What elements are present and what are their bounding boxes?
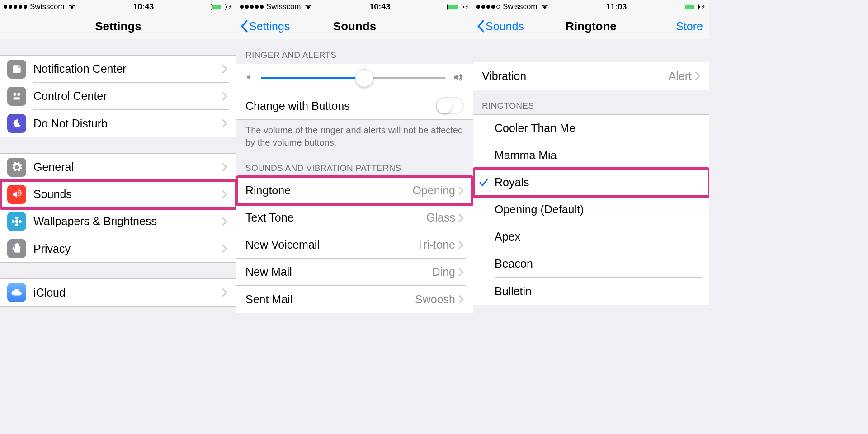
checkmark-icon xyxy=(473,177,495,188)
volume-slider[interactable] xyxy=(236,64,473,92)
ringtone-item[interactable]: Opening (Default) xyxy=(473,196,709,223)
row-label: General xyxy=(33,160,222,174)
chevron-right-icon xyxy=(222,118,227,128)
section-footer: The volume of the ringer and alerts will… xyxy=(236,120,473,152)
speaker-high-icon xyxy=(452,71,464,85)
signal-icon xyxy=(4,5,27,9)
nav-bar: Settings xyxy=(0,14,236,39)
row-value: Ding xyxy=(432,265,455,278)
row-value: Tri-tone xyxy=(417,238,455,251)
row-sounds[interactable]: Sounds xyxy=(0,181,236,208)
row-new-mail[interactable]: New MailDing xyxy=(236,259,473,286)
row-value: Glass xyxy=(426,211,455,224)
back-button[interactable]: Settings xyxy=(240,20,290,33)
row-general[interactable]: General xyxy=(0,154,236,181)
settings-group-3: iCloud xyxy=(0,278,236,307)
charging-icon: ⚡︎ xyxy=(465,3,469,10)
row-icloud[interactable]: iCloud xyxy=(0,279,236,306)
charging-icon: ⚡︎ xyxy=(701,3,706,10)
slider-thumb[interactable] xyxy=(355,69,373,87)
row-value: Swoosh xyxy=(415,293,455,306)
notification-center-icon xyxy=(7,60,26,79)
status-bar: Swisscom 11:03 ⚡︎ xyxy=(473,0,709,14)
svg-point-2 xyxy=(13,93,16,96)
cloud-icon xyxy=(7,283,26,302)
svg-point-5 xyxy=(15,220,19,223)
clock: 10:43 xyxy=(133,2,154,12)
row-label: New Voicemail xyxy=(245,238,417,251)
row-vibration[interactable]: VibrationAlert xyxy=(473,62,709,90)
svg-point-3 xyxy=(17,93,20,96)
row-value: Alert xyxy=(669,70,692,83)
row-text-tone[interactable]: Text ToneGlass xyxy=(236,204,473,231)
chevron-right-icon xyxy=(222,91,227,101)
settings-group-1: Notification Center Control Center Do No… xyxy=(0,55,236,137)
row-control-center[interactable]: Control Center xyxy=(0,83,236,110)
ringtone-item[interactable]: Cooler Than Me xyxy=(473,115,709,142)
row-do-not-disturb[interactable]: Do Not Disturb xyxy=(0,110,236,137)
section-header-ringtones: RINGTONES xyxy=(473,90,709,114)
chevron-right-icon xyxy=(458,186,464,196)
chevron-right-icon xyxy=(222,162,227,172)
moon-icon xyxy=(7,114,26,133)
control-center-icon xyxy=(7,87,26,106)
clock: 10:43 xyxy=(369,2,390,12)
chevron-right-icon xyxy=(222,217,227,226)
settings-group-2: General Sounds Wallpapers & Brightness P… xyxy=(0,153,236,263)
vibration-group: VibrationAlert xyxy=(473,62,709,90)
ringtones-group: Cooler Than Me Mamma Mia Royals Opening … xyxy=(473,114,709,305)
battery-icon xyxy=(211,4,226,10)
ringtone-label: Opening (Default) xyxy=(495,203,700,216)
row-value: Opening xyxy=(412,184,455,197)
ringtone-label: Bulletin xyxy=(495,285,700,298)
ringtone-item[interactable]: Mamma Mia xyxy=(473,142,709,169)
row-change-with-buttons[interactable]: Change with Buttons xyxy=(236,92,473,119)
chevron-right-icon xyxy=(222,288,227,297)
back-label: Sounds xyxy=(486,20,524,33)
svg-point-9 xyxy=(19,220,22,223)
speaker-low-icon xyxy=(245,73,255,84)
ringer-group: Change with Buttons xyxy=(236,64,473,120)
status-bar: Swisscom 10:43 ⚡︎ xyxy=(0,0,236,14)
toggle-switch[interactable] xyxy=(436,97,464,114)
ringtone-item[interactable]: Bulletin xyxy=(473,278,709,305)
ringtone-label: Apex xyxy=(495,230,700,243)
row-wallpapers[interactable]: Wallpapers & Brightness xyxy=(0,208,236,235)
signal-icon xyxy=(476,5,500,9)
row-sent-mail[interactable]: Sent MailSwoosh xyxy=(236,286,473,313)
ringtone-label: Royals xyxy=(495,176,700,189)
row-new-voicemail[interactable]: New VoicemailTri-tone xyxy=(236,231,473,259)
chevron-right-icon xyxy=(458,267,464,277)
row-label: Control Center xyxy=(33,90,222,103)
ringtone-item[interactable]: Apex xyxy=(473,223,709,250)
back-button[interactable]: Sounds xyxy=(476,20,524,33)
store-button[interactable]: Store xyxy=(676,20,703,33)
gear-icon xyxy=(7,158,26,177)
row-ringtone[interactable]: RingtoneOpening xyxy=(236,177,473,204)
battery-icon xyxy=(684,4,699,10)
carrier-label: Swisscom xyxy=(30,2,65,11)
sounds-group: RingtoneOpening Text ToneGlass New Voice… xyxy=(236,177,473,313)
row-label: Text Tone xyxy=(245,211,426,224)
svg-point-7 xyxy=(15,223,19,226)
svg-point-6 xyxy=(15,217,19,220)
chevron-right-icon xyxy=(222,64,227,74)
row-privacy[interactable]: Privacy xyxy=(0,235,236,262)
row-label: Ringtone xyxy=(245,184,412,197)
page-title: Sounds xyxy=(333,19,376,33)
svg-rect-4 xyxy=(13,97,20,99)
carrier-label: Swisscom xyxy=(266,2,301,11)
ringtone-item-selected[interactable]: Royals xyxy=(473,169,709,196)
page-title: Settings xyxy=(95,19,142,33)
ringtone-label: Cooler Than Me xyxy=(495,122,700,135)
ringtone-item[interactable]: Beacon xyxy=(473,250,709,278)
row-label: Vibration xyxy=(482,70,669,83)
section-header-sounds: SOUNDS AND VIBRATION PATTERNS xyxy=(236,152,473,177)
speaker-icon xyxy=(7,185,26,204)
settings-screen: Swisscom 10:43 ⚡︎ Settings Notification … xyxy=(0,0,236,354)
row-notification-center[interactable]: Notification Center xyxy=(0,56,236,83)
charging-icon: ⚡︎ xyxy=(228,3,233,10)
hand-icon xyxy=(7,239,26,258)
chevron-right-icon xyxy=(458,213,464,223)
row-label: Sent Mail xyxy=(245,293,415,306)
